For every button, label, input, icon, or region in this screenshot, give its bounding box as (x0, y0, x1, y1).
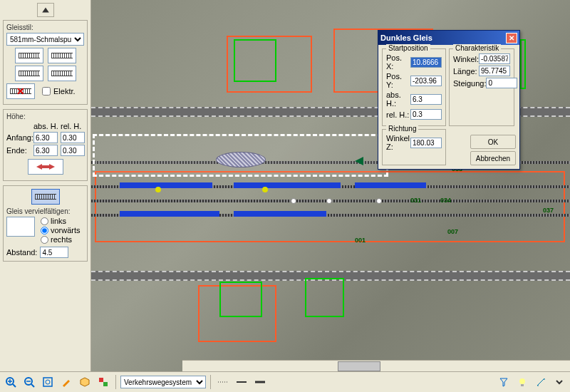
track-delete-button[interactable] (6, 83, 35, 99)
signal-label: 007 (447, 228, 458, 235)
anfang-abs-input[interactable] (33, 132, 58, 143)
track-style-select[interactable]: 581mm-Schmalspur-GB (6, 33, 84, 46)
steigung-input[interactable] (486, 78, 517, 88)
svg-point-3 (46, 380, 50, 384)
green-outline (234, 39, 276, 82)
platform (234, 211, 326, 217)
winkel-input[interactable] (479, 53, 510, 64)
line-style-dotted-icon[interactable] (215, 374, 231, 390)
green-outline (219, 282, 262, 317)
signal-label: 001 (355, 237, 366, 244)
close-icon[interactable]: ✕ (506, 33, 517, 43)
signal-label: 034 (440, 197, 451, 204)
char-fieldset: Charakteristik Winkel: Länge: Steigung: (449, 48, 514, 126)
direction-arrow-icon (355, 157, 363, 165)
zoom-in-icon[interactable] (3, 374, 19, 390)
lange-input[interactable] (479, 66, 510, 76)
radio-rechts[interactable] (41, 236, 48, 244)
absh-input[interactable] (410, 94, 442, 105)
dark-track-dialog: Dunkles Gleis ✕ Startposition Pos. X: Po… (378, 30, 520, 170)
signal-label: 031 (410, 197, 421, 204)
filter-icon[interactable] (496, 374, 512, 390)
line-style-solid-icon[interactable] (234, 374, 249, 390)
signal-dot[interactable] (155, 187, 161, 192)
elektr-checkbox[interactable] (42, 87, 51, 96)
posy-input[interactable] (410, 76, 442, 86)
posx-input[interactable] (410, 57, 442, 68)
svg-point-6 (519, 378, 525, 384)
ende-abs-input[interactable] (33, 145, 58, 156)
tool-brush-icon[interactable] (58, 374, 74, 390)
richtung-fieldset: Richtung Winkel Z: (382, 129, 446, 165)
height-panel: Höhe: abs. H.rel. H. Anfang: Ende: (3, 109, 88, 181)
collapse-up-button[interactable] (37, 3, 54, 17)
multiply-preview-button[interactable] (31, 189, 60, 205)
building-outline (95, 171, 565, 242)
anfang-rel-input[interactable] (61, 132, 85, 143)
cancel-button[interactable]: Abbrechen (470, 151, 516, 165)
multiply-button[interactable] (6, 217, 35, 237)
signal-label: 037 (543, 207, 554, 214)
ende-rel-input[interactable] (61, 145, 85, 156)
track-style-label: Gleisstil: (6, 24, 84, 31)
tool-measure-icon[interactable] (533, 374, 549, 390)
sidebar: Gleisstil: 581mm-Schmalspur-GB Elektr. H… (0, 0, 91, 371)
height-label: Höhe: (6, 113, 84, 120)
ellipse-object[interactable] (216, 152, 266, 167)
radio-links[interactable] (41, 217, 48, 225)
zoom-out-icon[interactable] (21, 374, 37, 390)
dialog-titlebar[interactable]: Dunkles Gleis ✕ (378, 31, 519, 45)
zoom-fit-icon[interactable] (40, 374, 56, 390)
bottom-toolbar: Verkehrswegesystem (0, 371, 570, 392)
multiply-label: Gleis vervielfältigen: (6, 207, 84, 215)
tool-color-icon[interactable] (95, 374, 111, 390)
lightbulb-icon[interactable] (514, 374, 530, 390)
platform (120, 182, 212, 188)
scrollbar-thumb[interactable] (338, 361, 380, 371)
svg-rect-7 (521, 384, 524, 386)
track-style-panel: Gleisstil: 581mm-Schmalspur-GB Elektr. (3, 20, 88, 105)
platform (120, 211, 219, 217)
green-outline (305, 278, 344, 317)
h-scrollbar[interactable] (182, 360, 570, 371)
dialog-title: Dunkles Gleis (380, 33, 432, 42)
svg-rect-4 (99, 378, 103, 382)
track-type-2-button[interactable] (48, 48, 76, 63)
ok-button[interactable]: OK (470, 135, 516, 149)
chevron-down-icon[interactable] (551, 374, 567, 390)
signal-dot[interactable] (326, 198, 332, 204)
svg-rect-5 (103, 382, 108, 386)
height-sync-button[interactable] (28, 159, 63, 175)
system-select[interactable]: Verkehrswegesystem (120, 376, 206, 388)
signal-dot[interactable] (262, 187, 268, 192)
signal-dot[interactable] (291, 198, 296, 204)
elektr-checkbox-label[interactable]: Elektr. (42, 83, 76, 99)
track-type-4-button[interactable] (48, 66, 76, 81)
track-type-1-button[interactable] (15, 48, 43, 63)
abstand-input[interactable] (40, 247, 68, 258)
platform (234, 182, 341, 188)
startpos-fieldset: Startposition Pos. X: Pos. Y: abs. H.: r… (382, 48, 446, 126)
track-type-3-button[interactable] (15, 66, 43, 81)
multiply-panel: Gleis vervielfältigen: links vorwärts re… (3, 185, 88, 262)
signal-dot[interactable] (376, 198, 382, 204)
platform (355, 182, 426, 188)
relh-input[interactable] (410, 109, 442, 120)
line-style-thick-icon[interactable] (252, 374, 268, 390)
winkelz-input[interactable] (410, 138, 442, 148)
tool-cube-icon[interactable] (77, 374, 93, 390)
radio-vorwarts[interactable] (41, 227, 48, 234)
svg-rect-2 (43, 378, 52, 386)
